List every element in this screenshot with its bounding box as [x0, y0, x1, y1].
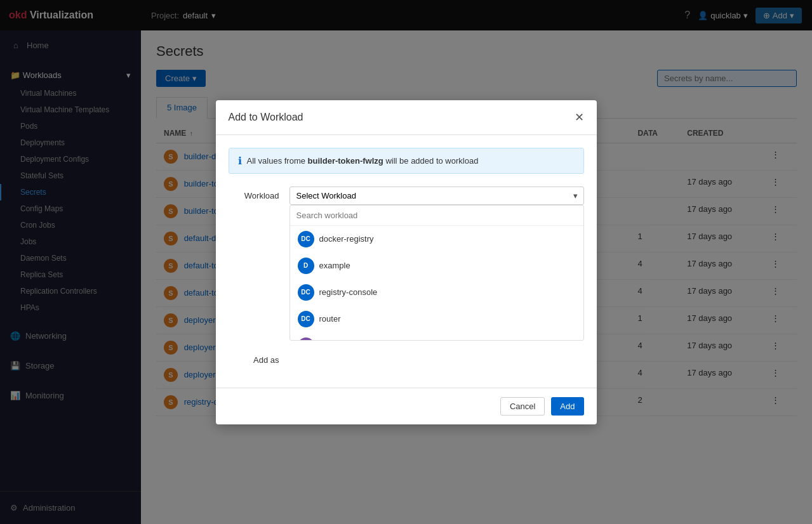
modal-footer: Cancel Add — [216, 388, 597, 424]
workload-dropdown-list: DC docker-registry D example DC registry… — [290, 205, 584, 341]
workload-item[interactable]: VM VM 1 — [290, 332, 583, 340]
workload-item-badge: DC — [298, 311, 314, 327]
cancel-button[interactable]: Cancel — [500, 397, 545, 416]
add-confirm-button[interactable]: Add — [551, 397, 583, 416]
add-as-label: Add as — [229, 351, 279, 365]
info-box: ℹ All values frome builder-token-fwlzg w… — [229, 148, 584, 174]
modal-header: Add to Workload ✕ — [216, 100, 597, 135]
workload-item[interactable]: DC docker-registry — [290, 226, 583, 252]
workload-control: Select Workload ▾ DC docker-registry D e — [290, 187, 584, 341]
workload-form-row: Workload Select Workload ▾ — [229, 187, 584, 341]
workload-items-list: DC docker-registry D example DC registry… — [290, 226, 583, 340]
workload-item-name: example — [319, 261, 350, 270]
workload-search-area — [290, 206, 583, 226]
modal: Add to Workload ✕ ℹ All values frome bui… — [216, 100, 597, 424]
modal-close-button[interactable]: ✕ — [575, 110, 584, 124]
workload-item-name: router — [319, 314, 341, 324]
modal-overlay: Add to Workload ✕ ℹ All values frome bui… — [0, 0, 812, 524]
workload-item[interactable]: DC registry-console — [290, 279, 583, 306]
workload-select[interactable]: Select Workload — [290, 187, 584, 205]
info-text: All values frome builder-token-fwlzg wil… — [247, 156, 479, 166]
add-as-form-row: Add as — [229, 351, 584, 365]
workload-item-badge: DC — [298, 284, 314, 301]
workload-item[interactable]: D example — [290, 252, 583, 279]
modal-title: Add to Workload — [229, 112, 303, 123]
workload-select-wrapper: Select Workload ▾ — [290, 187, 584, 205]
info-icon: ℹ — [238, 155, 242, 167]
workload-item[interactable]: DC router — [290, 306, 583, 332]
workload-item-badge: D — [298, 258, 314, 274]
workload-item-name: docker-registry — [319, 234, 374, 244]
info-text-bold: builder-token-fwlzg — [308, 156, 383, 166]
workload-item-name: registry-console — [319, 287, 378, 297]
modal-body: ℹ All values frome builder-token-fwlzg w… — [216, 135, 597, 388]
workload-item-badge: VM — [298, 337, 314, 340]
info-text-prefix: All values frome — [247, 156, 305, 166]
workload-search-input[interactable] — [296, 211, 577, 220]
workload-item-badge: DC — [298, 231, 314, 247]
workload-label: Workload — [229, 187, 279, 200]
